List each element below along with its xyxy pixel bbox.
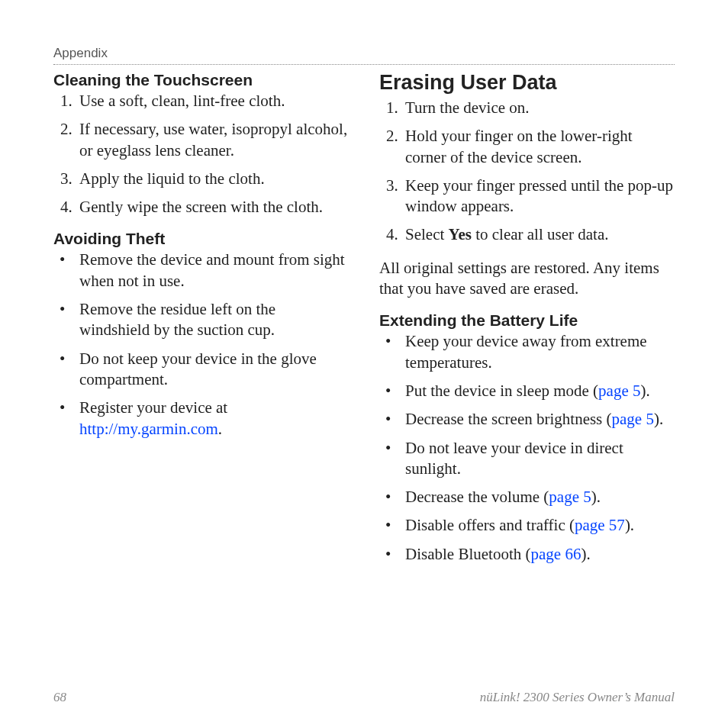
- running-head: Appendix: [53, 46, 675, 65]
- list-item: Do not leave your device in direct sunli…: [379, 438, 675, 480]
- text: Put the device in sleep mode (: [405, 382, 598, 400]
- list-avoiding-theft: Remove the device and mount from sight w…: [53, 250, 349, 439]
- text: Disable offers and traffic (: [405, 516, 575, 534]
- link-page-5[interactable]: page 5: [612, 410, 654, 428]
- text: ).: [581, 545, 590, 563]
- list-item: Do not keep your device in the glove com…: [53, 349, 349, 391]
- text: to clear all user data.: [472, 225, 609, 243]
- right-column: Erasing User Data Turn the device on. Ho…: [379, 71, 675, 577]
- page-footer: 68 nüLink! 2300 Series Owner’s Manual: [53, 690, 675, 705]
- list-item: Decrease the volume (page 5).: [379, 487, 675, 507]
- text: Disable Bluetooth (: [405, 545, 530, 563]
- heading-cleaning-touchscreen: Cleaning the Touchscreen: [53, 71, 349, 89]
- list-item: Disable Bluetooth (page 66).: [379, 544, 675, 565]
- list-erase-steps: Turn the device on. Hold your finger on …: [379, 98, 675, 246]
- link-page-66[interactable]: page 66: [530, 545, 581, 563]
- list-item: Disable offers and traffic (page 57).: [379, 515, 675, 536]
- list-item: Hold your finger on the lower-right corn…: [402, 126, 675, 168]
- list-item: Apply the liquid to the cloth.: [76, 169, 349, 189]
- text: ).: [654, 410, 663, 428]
- list-item: Put the device in sleep mode (page 5).: [379, 381, 675, 401]
- paragraph-restore-note: All original settings are restored. Any …: [379, 258, 675, 300]
- list-item: Gently wipe the screen with the cloth.: [76, 197, 349, 217]
- page-number: 68: [53, 690, 66, 705]
- text: Register your device at: [79, 398, 227, 417]
- list-battery-tips: Keep your device away from extreme tempe…: [379, 331, 675, 565]
- bold-yes: Yes: [449, 225, 472, 243]
- link-my-garmin[interactable]: http://my.garmin.com: [79, 420, 218, 438]
- text: Decrease the volume (: [405, 488, 549, 506]
- text: ).: [641, 382, 650, 400]
- text: ).: [625, 516, 634, 534]
- link-page-5[interactable]: page 5: [598, 382, 640, 400]
- list-item: Keep your device away from extreme tempe…: [379, 331, 675, 373]
- list-item: Decrease the screen brightness (page 5).: [379, 409, 675, 430]
- list-cleaning-steps: Use a soft, clean, lint-free cloth. If n…: [53, 91, 349, 217]
- list-item: Remove the residue left on the windshiel…: [53, 299, 349, 341]
- list-item: Use a soft, clean, lint-free cloth.: [76, 91, 349, 111]
- heading-extending-battery: Extending the Battery Life: [379, 311, 675, 330]
- text: .: [218, 420, 222, 438]
- manual-title: nüLink! 2300 Series Owner’s Manual: [480, 690, 675, 705]
- text: ).: [591, 488, 601, 506]
- list-item: If necessary, use water, isopropyl alcoh…: [76, 119, 349, 161]
- link-page-57[interactable]: page 57: [575, 516, 625, 534]
- two-column-layout: Cleaning the Touchscreen Use a soft, cle…: [53, 71, 675, 577]
- list-item: Keep your finger pressed until the pop-u…: [402, 176, 675, 217]
- left-column: Cleaning the Touchscreen Use a soft, cle…: [53, 71, 349, 577]
- link-page-5[interactable]: page 5: [549, 488, 591, 506]
- list-item: Remove the device and mount from sight w…: [53, 250, 349, 292]
- list-item: Turn the device on.: [402, 98, 675, 118]
- text: Decrease the screen brightness (: [405, 410, 612, 428]
- manual-page: Appendix Cleaning the Touchscreen Use a …: [0, 0, 728, 728]
- list-item: Select Yes to clear all user data.: [402, 224, 675, 245]
- heading-erasing-user-data: Erasing User Data: [379, 71, 675, 95]
- list-item: Register your device at http://my.garmin…: [53, 398, 349, 440]
- text: Select: [405, 225, 449, 243]
- heading-avoiding-theft: Avoiding Theft: [53, 230, 349, 248]
